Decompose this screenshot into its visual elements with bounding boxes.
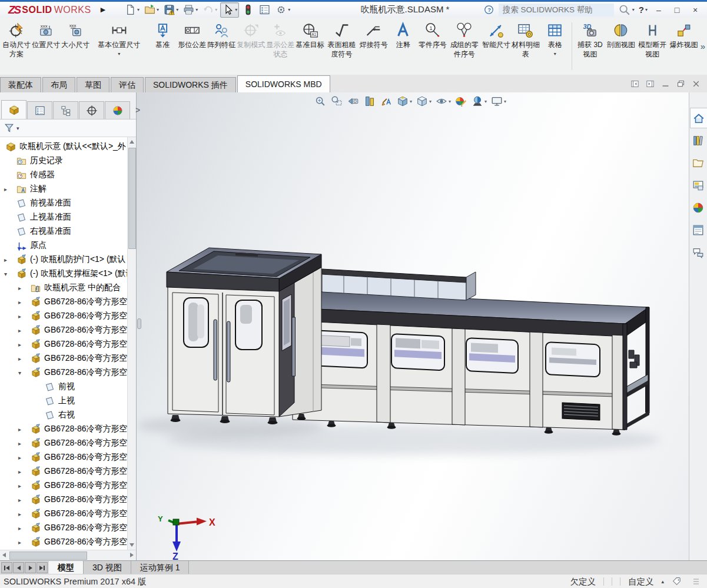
datum-target-button[interactable]: 基准目标 — [295, 18, 324, 75]
tab-sketch[interactable]: 草图 — [77, 77, 109, 92]
tag-icon[interactable] — [672, 576, 682, 587]
scrollbar-thumb[interactable] — [9, 552, 87, 560]
view-settings-button[interactable]: ▾ — [490, 94, 507, 108]
design-library-pane-tab[interactable] — [690, 130, 707, 151]
scroll-up-icon[interactable] — [130, 140, 134, 144]
tree-horizontal-scrollbar[interactable] — [0, 550, 136, 560]
geometric-tolerance-button[interactable]: 形位公差 — [177, 18, 207, 75]
section-view-button[interactable]: 剖面视图 — [606, 18, 636, 75]
tree-item-gb6728-part[interactable]: ▸GB6728-86冷弯方形空 — [0, 493, 127, 507]
graphics-area[interactable]: X Z Y ▾▾▾▾▾ — [137, 92, 689, 560]
panel-tab-overflow-chevron[interactable]: > — [135, 105, 140, 115]
zoom-to-area-button[interactable] — [330, 94, 344, 108]
dock-right-icon[interactable] — [645, 79, 655, 89]
expand-arrow-icon[interactable]: ▸ — [18, 525, 30, 531]
view-palette-pane-tab[interactable] — [690, 175, 707, 195]
basic-location-dimension-button[interactable]: 基本位置尺寸▾ — [90, 18, 148, 75]
search-button[interactable]: ▾ — [618, 4, 635, 16]
zoom-to-fit-button[interactable] — [313, 94, 327, 108]
auto-dimension-scheme-button[interactable]: 自动尺寸方案 — [2, 18, 31, 75]
tree-item-gb6728-part[interactable]: ▸GB6728-86冷弯方形空 — [0, 436, 127, 450]
close-button[interactable]: × — [688, 5, 702, 15]
apply-scene-button[interactable]: ▾ — [470, 94, 487, 108]
print-button[interactable]: ▾ — [181, 3, 199, 17]
filter-dropdown-caret[interactable]: ▾ — [16, 125, 19, 131]
dimxpertmanager-tab[interactable] — [79, 101, 104, 119]
expand-arrow-icon[interactable]: ▸ — [4, 257, 16, 263]
ribbon-overflow-chevron[interactable]: » — [699, 41, 707, 51]
tree-item-gb6728-part[interactable]: ▸GB6728-86冷弯方形空 — [0, 323, 127, 337]
balloon-button[interactable]: 零件序号 — [418, 18, 447, 75]
featuremanager-tab[interactable] — [1, 100, 26, 119]
tree-item-gb6728-part[interactable]: ▸GB6728-86冷弯方形空 — [0, 450, 127, 464]
view-orientation-button[interactable]: ▾ — [396, 94, 413, 108]
expand-arrow-icon[interactable]: ▸ — [18, 341, 30, 348]
expand-arrow-icon[interactable]: ▸ — [18, 469, 30, 475]
display-style-button[interactable]: ▾ — [415, 94, 432, 108]
machine-body[interactable] — [293, 269, 649, 436]
tree-vertical-scrollbar[interactable] — [127, 137, 136, 550]
tree-item-support-frame[interactable]: ▾(-) 吹瓶机支撑框架<1> (默认 — [0, 267, 127, 281]
dock-left-icon[interactable] — [630, 79, 640, 89]
3d-views-tab[interactable]: 3D 视图 — [84, 561, 131, 574]
expand-arrow-icon[interactable]: ▸ — [18, 299, 30, 305]
scroll-down-icon[interactable] — [130, 543, 134, 547]
custom-properties-pane-tab[interactable] — [690, 220, 707, 240]
last-tab-button[interactable] — [36, 562, 48, 573]
displaymanager-tab[interactable] — [105, 101, 130, 119]
tree-item-history[interactable]: 历史记录 — [0, 154, 127, 168]
expand-arrow-icon[interactable]: ▸ — [4, 186, 16, 192]
appearances-scenes-pane-tab[interactable] — [690, 197, 707, 218]
size-dimension-button[interactable]: 大小尺寸 — [61, 18, 90, 75]
tab-evaluate[interactable]: 评估 — [111, 77, 144, 92]
tree-item-front-plane[interactable]: 前视基准面 — [0, 196, 127, 210]
panel-splitter-handle[interactable] — [137, 318, 141, 329]
expand-arrow-icon[interactable]: ▸ — [18, 440, 30, 447]
tree-item-gb6728-part[interactable]: ▸GB6728-86冷弯方形空 — [0, 337, 127, 351]
configurationmanager-tab[interactable] — [53, 101, 78, 119]
options-button[interactable]: ▾ — [274, 3, 291, 17]
hide-show-items-button[interactable]: ▾ — [434, 94, 452, 108]
scroll-right-icon[interactable] — [130, 553, 134, 557]
expand-arrow-icon[interactable]: ▸ — [18, 426, 30, 433]
home-pane-tab[interactable] — [690, 108, 707, 128]
expand-arrow-icon[interactable]: ▾ — [18, 370, 30, 376]
expand-arrow-icon[interactable]: ▸ — [18, 539, 30, 546]
minimize-button[interactable]: – — [652, 5, 666, 15]
dynamic-annotation-views-button[interactable] — [379, 94, 393, 108]
tree-item-protective-door[interactable]: ▸(-) 吹瓶机防护门<1> (默认 — [0, 253, 127, 267]
tree-item-sensors[interactable]: 传感器 — [0, 168, 127, 182]
section-view-toggle-button[interactable] — [363, 94, 377, 108]
expand-arrow-icon[interactable]: ▸ — [18, 356, 30, 362]
edit-appearance-button[interactable] — [454, 94, 468, 108]
tab-solidworks-mbd[interactable]: SOLIDWORKS MBD — [237, 75, 330, 92]
tree-item-gb6728-part[interactable]: ▸GB6728-86冷弯方形空 — [0, 464, 127, 479]
tree-item-gb6728-part[interactable]: ▸GB6728-86冷弯方形空 — [0, 535, 127, 549]
tree-item-gb6728-part[interactable]: ▸GB6728-86冷弯方形空 — [0, 521, 127, 535]
previous-tab-button[interactable] — [13, 562, 24, 573]
surface-finish-button[interactable]: 表面粗糙度符号 — [324, 18, 359, 75]
expand-arrow-icon[interactable]: ▾ — [4, 271, 16, 277]
expand-arrow-icon[interactable]: ▸ — [18, 483, 30, 489]
help-menu-button[interactable]: ?▾ — [639, 5, 648, 15]
location-dimension-button[interactable]: 位置尺寸 — [31, 18, 61, 75]
tree-item-gb6728-part[interactable]: ▸GB6728-86冷弯方形空 — [0, 351, 127, 366]
tree-item-gb6728-part[interactable]: ▸GB6728-86冷弯方形空 — [0, 422, 127, 436]
note-button[interactable]: 注释 — [389, 18, 418, 75]
filter-funnel-icon[interactable] — [4, 122, 15, 134]
expand-arrow-icon[interactable]: ▸ — [18, 285, 30, 291]
resize-grip[interactable] — [693, 579, 699, 584]
file-explorer-pane-tab[interactable] — [690, 152, 707, 173]
tree-item-annotations[interactable]: ▸注解 — [0, 182, 127, 196]
tree-item-origin[interactable]: 原点 — [0, 238, 127, 253]
tree-item-gb6728-part[interactable]: ▾GB6728-86冷弯方形空 — [0, 366, 127, 380]
tree-item-right-view-plane[interactable]: 右视 — [0, 408, 127, 422]
expand-arrow-icon[interactable]: ▸ — [18, 327, 30, 334]
pattern-feature-button[interactable]: 阵列特征 — [207, 18, 236, 75]
stacked-balloon-button[interactable]: 成组的零件序号 — [447, 18, 482, 75]
maximize-button[interactable]: □ — [670, 5, 684, 15]
expand-arrow-icon[interactable]: ▸ — [18, 511, 30, 517]
solidworks-forum-pane-tab[interactable] — [690, 242, 707, 263]
next-tab-button[interactable] — [25, 562, 36, 573]
tree-item-gb6728-part[interactable]: ▸GB6728-86冷弯方形空 — [0, 479, 127, 493]
